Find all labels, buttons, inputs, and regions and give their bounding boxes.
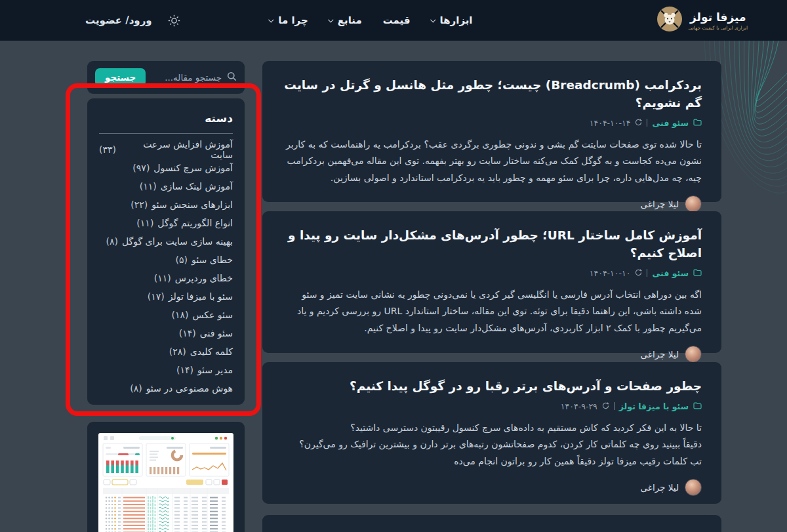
category-label: ابزارهای سنجش سئو (151, 199, 233, 210)
author-name: لیلا چراغی (641, 482, 679, 493)
search-icon (227, 72, 237, 84)
article-meta: سئو با میزفا تولز ۱۴۰۴-۹-۲۹ (282, 401, 702, 411)
category-count: (۵) (176, 255, 188, 265)
category-item[interactable]: انواع الگوریتم گوگل(۱۱) (99, 214, 233, 232)
article-card: آموزش کامل ساختار URL؛ چطور آدرس‌های مشک… (262, 211, 721, 353)
category-label: سئو فنی (200, 328, 233, 338)
category-count: (۲۲) (131, 199, 148, 210)
menu-item-label: منابع (338, 14, 362, 26)
chevron-down-icon (328, 17, 333, 22)
chevron-down-icon (430, 17, 435, 22)
category-item[interactable]: آموزش لینک سازی(۱۱) (99, 177, 233, 195)
author-name: لیلا چراغی (641, 349, 679, 359)
article-category-link[interactable]: سئو با میزفا تولز (619, 401, 689, 411)
article-category-link[interactable]: سئو فنی (652, 118, 689, 128)
category-item[interactable]: سئو عکس(۱۸) (99, 306, 233, 324)
menu-item-pricing[interactable]: قیمت (383, 14, 411, 26)
article-title[interactable]: آموزش کامل ساختار URL؛ چطور آدرس‌های مشک… (282, 227, 702, 262)
category-count: (۸) (130, 383, 142, 394)
category-item[interactable]: سئو فنی(۱۴) (99, 324, 233, 342)
logo-title: میزفا تولز (690, 10, 746, 24)
category-item[interactable]: سئو با میزفا تولز(۱۷) (99, 287, 233, 306)
article-card-partial (262, 515, 721, 532)
lion-logo-icon (656, 6, 683, 35)
refresh-icon (635, 118, 642, 128)
category-label: خطای سئو (192, 255, 233, 265)
category-label: انواع الگوریتم گوگل (157, 218, 233, 228)
category-item[interactable]: بهینه سازی سایت برای گوگل(۸) (99, 232, 233, 251)
theme-toggle-sun-icon[interactable] (168, 14, 180, 27)
category-item[interactable]: آموزش افزایش سرعت سایت(۳۳) (99, 140, 233, 159)
category-count: (۱۴) (179, 328, 196, 338)
blog-page: میزفا تولز ابزاری ایرانی با کیفیت جهانی (0, 0, 787, 532)
logo-text: میزفا تولز ابزاری ایرانی با کیفیت جهانی (689, 10, 748, 31)
category-item[interactable]: کلمه کلیدی(۲۸) (99, 342, 233, 361)
author-row[interactable]: لیلا چراغی (282, 195, 702, 213)
divider (99, 133, 233, 134)
logo[interactable]: میزفا تولز ابزاری ایرانی با کیفیت جهانی (656, 6, 748, 35)
login-signup-link[interactable]: ورود/ عضویت (85, 14, 152, 26)
category-count: (۹۷) (132, 163, 150, 173)
category-label: بهینه سازی سایت برای گوگل (122, 236, 233, 247)
meta-separator (647, 119, 647, 127)
promo-widget[interactable] (87, 422, 245, 532)
category-count: (۱۴) (176, 365, 193, 375)
category-label: آموزش لینک سازی (161, 181, 233, 192)
menu-item-label: چرا ما (278, 14, 308, 26)
category-label: سئو عکس (192, 310, 233, 320)
categories-title: دسته (99, 112, 233, 125)
category-count: (۱۱) (140, 181, 157, 192)
category-item[interactable]: خطای سئو(۵) (99, 251, 233, 269)
category-label: سئو با میزفا تولز (169, 291, 233, 302)
article-title[interactable]: چطور صفحات و آدرس‌های برتر رقبا رو در گو… (282, 378, 702, 396)
meta-separator (647, 269, 647, 277)
menu-item-label: قیمت (383, 14, 411, 26)
refresh-icon (635, 268, 642, 278)
category-count: (۱۱) (154, 273, 171, 283)
article-title[interactable]: بردکرامب (Breadcrumb) چیست؛ چطور مثل هان… (282, 77, 702, 112)
category-label: هوش مصنوعی در سئو (146, 383, 233, 394)
main-menu: ابزارها قیمت منابع چرا ما (270, 14, 472, 26)
article-date: ۱۴۰۴-۹-۲۹ (561, 401, 597, 411)
category-count: (۳۳) (99, 144, 116, 155)
categories-widget: دسته آموزش افزایش سرعت سایت(۳۳) آموزش سر… (87, 98, 245, 405)
article-excerpt: تا حالا شده توی صفحات سایتت گم بشی و ندو… (282, 136, 702, 186)
article-excerpt: اگه بین دوراهی انتخاب آدرس فارسی یا انگل… (282, 287, 702, 337)
folder-icon (693, 268, 702, 278)
category-item[interactable]: ابزارهای سنجش سئو(۲۲) (99, 195, 233, 214)
menu-item-resources[interactable]: منابع (329, 14, 362, 26)
menu-item-tools[interactable]: ابزارها (432, 14, 473, 26)
folder-icon (693, 401, 702, 411)
category-item[interactable]: آموزش سرچ کنسول(۹۷) (99, 159, 233, 177)
author-row[interactable]: لیلا چراغی (282, 479, 702, 496)
chevron-down-icon (268, 17, 273, 22)
category-label: کلمه کلیدی (190, 346, 233, 357)
author-name: لیلا چراغی (641, 199, 679, 209)
category-item[interactable]: هوش مصنوعی در سئو(۸) (99, 379, 233, 398)
menu-item-why-us[interactable]: چرا ما (270, 14, 308, 26)
author-avatar (685, 195, 702, 213)
author-avatar (685, 346, 702, 363)
search-button[interactable]: جستجو (95, 68, 146, 87)
author-row[interactable]: لیلا چراغی (282, 346, 702, 363)
navbar: میزفا تولز ابزاری ایرانی با کیفیت جهانی (0, 0, 787, 41)
search-widget: جستجو (87, 61, 245, 94)
category-item[interactable]: خطای وردپرس(۱۱) (99, 269, 233, 287)
author-avatar (685, 479, 702, 496)
article-category-link[interactable]: سئو فنی (652, 268, 689, 278)
search-input[interactable] (151, 72, 222, 83)
category-item[interactable]: مدیر سئو(۱۴) (99, 361, 233, 379)
article-excerpt: تا حالا به این فکر کردید که کاش مستقیم ب… (282, 420, 702, 470)
meta-separator (614, 402, 615, 410)
category-label: آموزش سرچ کنسول (153, 163, 233, 173)
article-meta: سئو فنی ۱۴۰۴-۱۰-۱۰ (282, 268, 702, 278)
refresh-icon (602, 401, 609, 411)
article-meta: سئو فنی ۱۴۰۴-۱۰-۱۴ (282, 118, 702, 128)
category-label: خطای وردپرس (175, 273, 233, 283)
menu-item-label: ابزارها (440, 14, 473, 26)
article-date: ۱۴۰۴-۱۰-۱۰ (590, 268, 631, 278)
folder-icon (693, 118, 702, 128)
category-count: (۱۸) (171, 310, 188, 320)
category-label: آموزش افزایش سرعت سایت (120, 139, 233, 160)
category-label: مدیر سئو (197, 365, 233, 375)
